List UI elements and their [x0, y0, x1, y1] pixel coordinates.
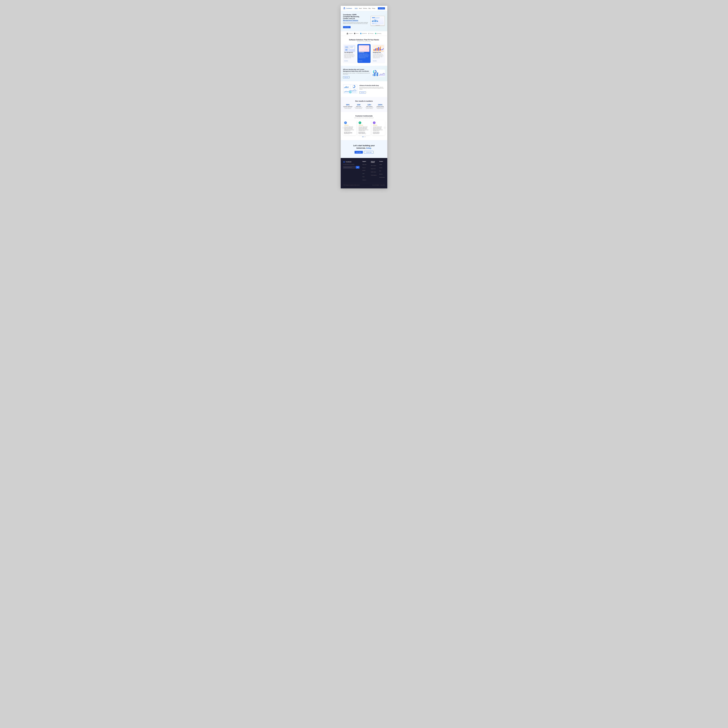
footer-link-talk-support[interactable]: Talk to support [371, 165, 376, 166]
advance-read-more-button[interactable]: Read More [359, 92, 366, 93]
svg-rect-51 [344, 87, 345, 88]
nav-cta-button[interactable]: Get a Trial ▾ [378, 7, 385, 9]
hero-text: Coordinator: GDPR Compliant Membership, … [343, 14, 369, 28]
cta-contact-sales-button[interactable]: Contact sales [364, 151, 373, 154]
testimonial-text-1: Lorem ipsum dolor sit amet, consectetur … [344, 126, 355, 132]
number-satisfaction: 99% Customer satisfaction Lorem ipsum do… [343, 104, 353, 109]
svg-point-26 [363, 49, 364, 50]
svg-point-28 [367, 48, 368, 49]
svg-text:N: N [354, 33, 355, 34]
hero-section: Coordinator: GDPR Compliant Membership, … [341, 11, 387, 31]
svg-rect-2 [347, 33, 348, 33]
svg-rect-23 [350, 48, 353, 48]
number-satisfaction-label: Customer satisfaction [343, 106, 353, 107]
footer-privacy-link[interactable]: Privacy Policy [381, 185, 385, 185]
advance-text: Advance Protection Mode Easy Use marketi… [359, 85, 385, 93]
number-growth: 240% Company growth Lorem ipsum dolor si… [375, 104, 385, 109]
card-budgeting: Budgeting Tools Lorem ipsum dolor sit am… [372, 44, 385, 63]
footer-legal-links: Terms and Conditions Privacy Policy [372, 185, 385, 185]
number-growth-desc: Lorem ipsum dolor sit amet, consectetur … [375, 107, 385, 109]
footer-email-input[interactable] [343, 166, 355, 168]
nav-pricing[interactable]: Pricing [372, 8, 375, 9]
card-task-link[interactable]: View More [344, 60, 348, 61]
footer-terms-link[interactable]: Terms and Conditions [372, 185, 379, 185]
testimonial-text-2: Lorem ipsum dolor sit amet, consectetur … [359, 126, 370, 132]
footer-link-support-docs[interactable]: Support docs [371, 168, 376, 169]
dot-2[interactable] [364, 136, 364, 137]
footer-link-security[interactable]: Security [379, 167, 382, 168]
svg-rect-54 [347, 87, 347, 88]
number-team-desc: Lorem ipsum dolor sit amet, consectetur … [365, 107, 374, 109]
svg-rect-55 [348, 87, 348, 88]
card-automation-link[interactable]: View More [359, 60, 362, 61]
send-icon [357, 167, 358, 168]
testimonial-text-3: Lorem ipsum dolor sit amet, consectetur … [373, 126, 384, 132]
dot-3[interactable] [365, 136, 366, 137]
membership-read-more-button[interactable]: Read more [343, 76, 350, 78]
stars-2: ★★★★★ [359, 125, 370, 126]
nav-home[interactable]: Home [355, 8, 358, 9]
carousel-prev-button[interactable]: ‹ [342, 127, 344, 129]
navbar: Coordinator Home About Services Blog Pri… [341, 6, 387, 11]
footer-col-help: Help and Solution Talk to support Suppor… [371, 161, 376, 181]
testimonial-3: C ★★★★★ Lorem ipsum dolor sit amet, cons… [372, 120, 385, 135]
svg-rect-16 [345, 48, 349, 48]
footer-col-support: Support Help center Terms of services Le… [362, 161, 368, 181]
number-users-value: 32M [354, 104, 363, 106]
footer-support-links: Help center Terms of services Legal Abou… [362, 163, 368, 181]
solutions-subtitle: The features to boost your productivity. [343, 41, 385, 42]
footer-link-covid[interactable]: Covid response [371, 175, 376, 176]
logo-descript: d descript [368, 33, 373, 34]
laptop-mockup [370, 16, 385, 26]
svg-rect-32 [377, 48, 378, 50]
svg-rect-40 [376, 73, 377, 76]
footer-link-contact[interactable]: Contact us [362, 179, 366, 180]
number-team-label: Team members [365, 106, 374, 107]
svg-rect-38 [373, 74, 374, 76]
footer-link-update[interactable]: Update [379, 164, 382, 165]
footer-link-about[interactable]: About [362, 176, 364, 177]
card-task-title: Task Management [344, 52, 355, 53]
card-budgeting-link[interactable]: View More [373, 60, 377, 61]
partner-logos: Unsplash N Notion INTERCOM d descript G … [341, 31, 387, 36]
advance-description: Use marketing automation to identify hot… [359, 87, 385, 90]
footer-product-links: Update Security Beta Beta test Pricing p… [379, 163, 385, 178]
logo[interactable]: Coordinator [343, 7, 352, 10]
svg-point-62 [344, 161, 344, 162]
cta-get-team-button[interactable]: Get a Team [355, 151, 363, 154]
avatar-3: C [373, 121, 376, 124]
number-team-value: 125+ [365, 104, 374, 106]
card-task-management: Task Management Lorem ipsum dolor sit am… [343, 44, 356, 63]
footer-link-legal[interactable]: Legal [362, 173, 364, 174]
footer-link-pricing-product[interactable]: Pricing product [379, 177, 385, 178]
footer-link-system-status[interactable]: System status [371, 171, 376, 172]
hero-title: Coordinator: GDPR Compliant Membership, … [343, 14, 369, 21]
footer-link-beta[interactable]: Beta [379, 170, 381, 171]
svg-point-8 [361, 33, 361, 34]
hero-cta-button[interactable]: Get a Trial › [343, 26, 350, 28]
solutions-title: Software Solutions That Fit Your Needs [343, 39, 385, 41]
card-automation-image [359, 45, 370, 52]
nav-about[interactable]: About [359, 8, 362, 9]
chevron-down-icon: ▾ [383, 8, 384, 9]
svg-rect-53 [346, 86, 347, 88]
dot-1[interactable] [362, 136, 363, 137]
footer-bottom: © 2022 contigo.com. Copyright and rights… [343, 183, 385, 185]
testimonials-section: Customer testimonials Lorem ipsum dolor … [341, 112, 387, 140]
author-role-3: Unicorn & Unicorn [373, 133, 384, 134]
number-growth-value: 240% [375, 104, 385, 106]
svg-rect-3 [347, 34, 348, 34]
footer-link-help-center[interactable]: Help center [362, 164, 367, 165]
footer-top: Coordinator Get started today to try our… [343, 161, 385, 181]
card-budgeting-desc: Lorem ipsum dolor sit amet, consectetur … [373, 53, 384, 58]
author-role-1: Bank of America [344, 133, 355, 134]
number-users-desc: Lorem ipsum dolor sit amet, consectetur … [354, 107, 363, 109]
footer-link-terms[interactable]: Terms of services [362, 167, 366, 171]
carousel-dots [343, 136, 385, 137]
carousel-next-button[interactable]: › [384, 127, 386, 129]
footer-link-beta-test[interactable]: Beta test [379, 174, 382, 174]
nav-services[interactable]: Services [363, 8, 367, 9]
nav-blog[interactable]: Blog [369, 8, 370, 9]
footer-email-submit-button[interactable] [356, 166, 359, 168]
membership-text: Efficient Membership and Contact Managem… [343, 69, 370, 78]
